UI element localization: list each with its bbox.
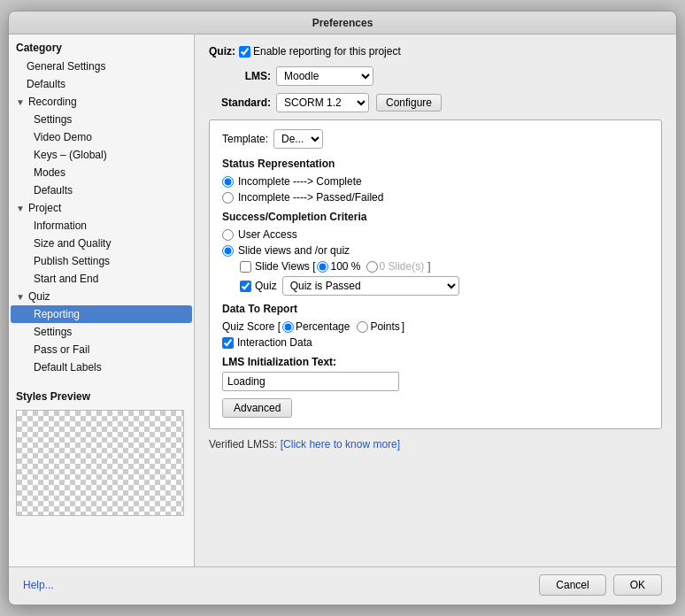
radio-incomplete-complete-row: Incomplete ----> Complete xyxy=(222,175,649,188)
sidebar-item-defaults-recording[interactable]: Defaults xyxy=(9,181,194,199)
verified-lms-link[interactable]: [Click here to know more] xyxy=(281,438,400,450)
sidebar-section-quiz[interactable]: ▼ Quiz xyxy=(9,288,194,305)
dialog-titlebar: Preferences xyxy=(9,12,676,35)
success-criteria-section: Success/Completion Criteria User Access … xyxy=(222,211,649,296)
inner-panel: Template: De... Status Representation In… xyxy=(209,119,662,429)
arrow-project-icon: ▼ xyxy=(16,204,25,213)
quiz-word-label: Quiz xyxy=(255,280,277,292)
score-bracket-close: ] xyxy=(402,320,404,333)
bracket-close: ] xyxy=(427,260,430,273)
preferences-dialog: Preferences Category General Settings De… xyxy=(8,11,677,605)
sidebar-section-project[interactable]: ▼ Project xyxy=(9,199,194,217)
sidebar: Category General Settings Defaults ▼ Rec… xyxy=(9,35,195,566)
radio-incomplete-complete[interactable] xyxy=(222,176,234,188)
arrow-quiz-icon: ▼ xyxy=(16,292,25,302)
radio-user-access-label: User Access xyxy=(238,228,297,241)
cancel-button[interactable]: Cancel xyxy=(539,574,605,596)
sidebar-item-size-quality[interactable]: Size and Quality xyxy=(9,235,194,252)
percentage-label: Percentage xyxy=(296,320,350,333)
configure-button[interactable]: Configure xyxy=(376,94,442,112)
standard-select[interactable]: SCORM 1.2SCORM 2004AICCTin Can API xyxy=(276,93,369,112)
quiz-select-row: Quiz Quiz is PassedQuiz is AttemptedQuiz… xyxy=(240,276,649,296)
dialog-title: Preferences xyxy=(312,17,373,29)
sidebar-item-pass-fail[interactable]: Pass or Fail xyxy=(9,341,194,358)
bottom-buttons: Cancel OK xyxy=(539,574,662,596)
radio-points[interactable] xyxy=(357,321,368,333)
radio-incomplete-passed[interactable] xyxy=(222,192,234,204)
interaction-data-label: Interaction Data xyxy=(237,336,312,349)
sidebar-header: Category xyxy=(9,40,194,58)
success-criteria-title: Success/Completion Criteria xyxy=(222,211,649,223)
sidebar-item-general-settings[interactable]: General Settings xyxy=(9,58,194,75)
quiz-enable-text: Enable reporting for this project xyxy=(253,45,401,58)
radio-slide-quiz-row: Slide views and /or quiz xyxy=(222,244,649,257)
slide-count-label: 0 Slide(s) xyxy=(380,260,425,273)
template-label: Template: xyxy=(222,133,268,145)
sidebar-item-video-demo[interactable]: Video Demo xyxy=(9,128,194,146)
radio-percentage[interactable] xyxy=(282,321,294,333)
lms-init-text-label: LMS Initialization Text: xyxy=(222,356,649,368)
radio-slide-quiz[interactable] xyxy=(222,245,234,257)
sidebar-item-information[interactable]: Information xyxy=(9,217,194,235)
sidebar-item-reporting[interactable]: Reporting xyxy=(11,305,192,323)
template-select[interactable]: De... xyxy=(273,129,323,149)
quiz-label: Quiz: xyxy=(209,45,235,58)
sidebar-item-defaults-top[interactable]: Defaults xyxy=(9,75,194,93)
lms-init-input[interactable]: Loading xyxy=(222,372,399,391)
sidebar-item-settings-quiz[interactable]: Settings xyxy=(9,323,194,341)
sidebar-item-default-labels[interactable]: Default Labels xyxy=(9,358,194,376)
status-rep-title: Status Representation xyxy=(222,158,649,170)
help-link[interactable]: Help... xyxy=(23,579,54,591)
slide-views-checkbox[interactable] xyxy=(240,261,251,273)
sidebar-item-settings[interactable]: Settings xyxy=(9,111,194,128)
quiz-score-label: Quiz Score [ xyxy=(222,320,281,333)
quiz-enable-row: Quiz: Enable reporting for this project xyxy=(209,45,662,58)
slide-views-label: Slide Views [ xyxy=(255,260,315,273)
radio-incomplete-complete-label: Incomplete ----> Complete xyxy=(238,175,362,188)
radio-user-access[interactable] xyxy=(222,229,234,241)
quiz-passed-checkbox[interactable] xyxy=(240,281,251,292)
sidebar-item-keys-global[interactable]: Keys – (Global) xyxy=(9,146,194,164)
radio-slide-count[interactable] xyxy=(366,261,378,273)
verified-lms-row: Verified LMSs: [Click here to know more] xyxy=(209,438,662,450)
lms-row: LMS: MoodleSCORM CloudBlackboardOther xyxy=(209,66,662,86)
points-label: Points xyxy=(370,320,399,333)
sidebar-item-modes[interactable]: Modes xyxy=(9,164,194,181)
radio-user-access-row: User Access xyxy=(222,228,649,241)
bottom-bar: Help... Cancel OK xyxy=(9,566,676,604)
styles-preview-canvas xyxy=(16,410,184,516)
radio-slide-quiz-label: Slide views and /or quiz xyxy=(238,244,350,257)
verified-lms-label: Verified LMSs: xyxy=(209,438,277,450)
data-to-report-section: Data To Report Quiz Score [ Percentage P… xyxy=(222,303,649,349)
main-panel: Quiz: Enable reporting for this project … xyxy=(195,35,676,566)
radio-slide-percent[interactable] xyxy=(317,261,328,273)
slide-views-row: Slide Views [ 100 % 0 Slide(s) ] xyxy=(240,260,649,273)
radio-incomplete-passed-row: Incomplete ----> Passed/Failed xyxy=(222,191,649,204)
styles-preview-section: Styles Preview xyxy=(9,390,194,516)
quiz-enable-checkbox[interactable] xyxy=(239,46,250,58)
quiz-passed-select[interactable]: Quiz is PassedQuiz is AttemptedQuiz Scor… xyxy=(282,276,459,296)
standard-row: Standard: SCORM 1.2SCORM 2004AICCTin Can… xyxy=(209,93,662,112)
slide-percent-label: 100 % xyxy=(330,260,360,273)
sidebar-section-recording[interactable]: ▼ Recording xyxy=(9,93,194,111)
sidebar-item-publish-settings[interactable]: Publish Settings xyxy=(9,252,194,270)
standard-label: Standard: xyxy=(209,96,271,109)
advanced-button[interactable]: Advanced xyxy=(222,398,292,418)
template-row: Template: De... xyxy=(222,129,649,149)
interaction-data-checkbox[interactable] xyxy=(222,337,234,349)
lms-select[interactable]: MoodleSCORM CloudBlackboardOther xyxy=(276,66,373,86)
interaction-data-row: Interaction Data xyxy=(222,336,649,349)
styles-preview-label: Styles Preview xyxy=(9,390,194,406)
radio-incomplete-passed-label: Incomplete ----> Passed/Failed xyxy=(238,191,383,204)
ok-button[interactable]: OK xyxy=(613,574,662,596)
sidebar-item-start-end[interactable]: Start and End xyxy=(9,270,194,288)
arrow-recording-icon: ▼ xyxy=(16,97,25,107)
quiz-score-row: Quiz Score [ Percentage Points ] xyxy=(222,320,649,333)
data-to-report-title: Data To Report xyxy=(222,303,649,315)
lms-label: LMS: xyxy=(209,70,271,82)
